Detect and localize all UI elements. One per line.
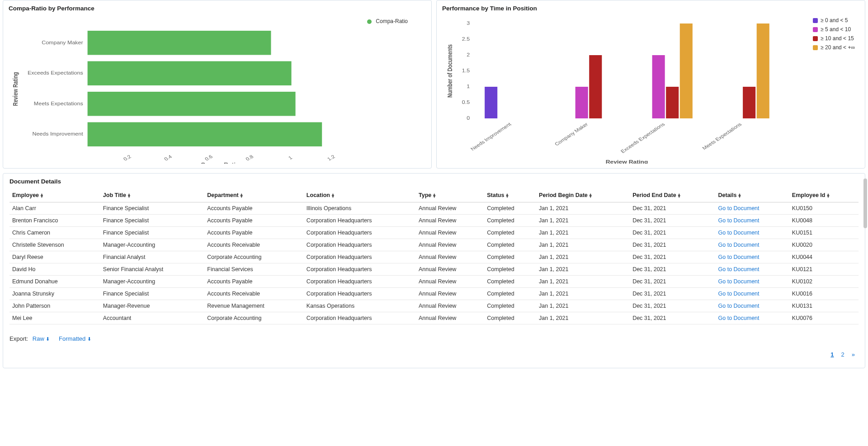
table-cell: Jan 1, 2021 <box>536 263 630 276</box>
legend-item[interactable]: ≥ 5 and < 10 <box>813 26 855 33</box>
table-cell: Dec 31, 2021 <box>630 239 715 251</box>
details-title: Document Details <box>9 178 859 185</box>
table-cell: Dec 31, 2021 <box>630 288 715 300</box>
table-cell: Annual Review <box>416 239 484 251</box>
svg-rect-0 <box>88 31 271 55</box>
chart-legend: ≥ 0 and < 5≥ 5 and < 10≥ 10 and < 15≥ 20… <box>813 17 855 53</box>
svg-rect-6 <box>88 122 322 147</box>
table-cell: Daryl Reese <box>9 251 100 263</box>
table-cell: KU0044 <box>789 251 859 263</box>
table-cell: Completed <box>484 276 536 288</box>
svg-text:0.8: 0.8 <box>245 154 255 162</box>
table-cell: Completed <box>484 312 536 324</box>
scrollbar[interactable] <box>863 178 867 228</box>
go-to-document-link[interactable]: Go to Document <box>718 205 760 211</box>
legend-item[interactable]: ≥ 20 and < +∞ <box>813 44 855 51</box>
go-to-document-link[interactable]: Go to Document <box>718 266 760 272</box>
column-header[interactable]: Employee▲▼ <box>9 188 100 202</box>
column-header[interactable]: Status▲▼ <box>484 188 536 202</box>
table-cell: Jan 1, 2021 <box>536 215 630 227</box>
sort-icon: ▲▼ <box>505 193 509 198</box>
go-to-document-link[interactable]: Go to Document <box>718 217 760 224</box>
table-cell: Annual Review <box>416 312 484 324</box>
export-raw-link[interactable]: Raw ⬇ <box>33 335 52 342</box>
svg-text:1: 1 <box>287 155 293 160</box>
go-to-document-link[interactable]: Go to Document <box>718 230 760 236</box>
svg-text:Meets Expectations: Meets Expectations <box>701 122 743 150</box>
table-cell: John Patterson <box>9 300 100 312</box>
table-cell: Dec 31, 2021 <box>630 263 715 276</box>
table-cell: Completed <box>484 251 536 263</box>
svg-rect-28 <box>652 55 665 118</box>
table-cell: Accounts Receivable <box>204 288 304 300</box>
sort-icon: ▲▼ <box>826 193 830 198</box>
table-cell: Accounts Payable <box>204 227 304 239</box>
page-button[interactable]: 1 <box>827 350 837 359</box>
table-cell: Annual Review <box>416 227 484 239</box>
column-header[interactable]: Job Title▲▼ <box>100 188 205 202</box>
performance-time-chart-panel: Performance by Time in Position ≥ 0 and … <box>436 0 865 169</box>
page-button[interactable]: 2 <box>838 350 848 359</box>
go-to-document-link[interactable]: Go to Document <box>718 242 760 248</box>
compa-ratio-chart[interactable]: Compa-Ratio Company MakerExceeds Expecta… <box>9 14 426 164</box>
svg-rect-23 <box>485 87 497 118</box>
svg-text:0.4: 0.4 <box>163 154 173 162</box>
table-cell: Completed <box>484 288 536 300</box>
table-cell: KU0150 <box>789 202 859 215</box>
table-cell: Kansas Operations <box>304 300 416 312</box>
table-cell: Corporation Headquarters <box>304 288 416 300</box>
download-icon: ⬇ <box>87 336 91 342</box>
svg-rect-30 <box>680 23 693 118</box>
table-cell: Accounts Payable <box>204 276 304 288</box>
svg-text:Review Rating: Review Rating <box>12 72 19 106</box>
column-header[interactable]: Period End Date▲▼ <box>630 188 715 202</box>
legend-swatch-icon <box>813 45 818 50</box>
go-to-document-link[interactable]: Go to Document <box>718 315 760 321</box>
export-row: Export: Raw ⬇ Formatted ⬇ <box>9 335 859 342</box>
document-details-table: Employee▲▼Job Title▲▼Department▲▼Locatio… <box>9 188 859 324</box>
table-cell: Dec 31, 2021 <box>630 227 715 239</box>
go-to-document-link[interactable]: Go to Document <box>718 291 760 297</box>
legend-item[interactable]: ≥ 0 and < 5 <box>813 17 855 23</box>
table-cell: Corporate Accounting <box>204 251 304 263</box>
column-header[interactable]: Period Begin Date▲▼ <box>536 188 630 202</box>
table-cell: Corporation Headquarters <box>304 276 416 288</box>
column-header[interactable]: Details▲▼ <box>716 188 789 202</box>
next-page-button[interactable]: » <box>848 350 859 359</box>
go-to-document-link[interactable]: Go to Document <box>718 254 760 260</box>
go-to-document-link[interactable]: Go to Document <box>718 278 760 285</box>
svg-text:1.2: 1.2 <box>326 154 336 162</box>
svg-text:Needs Improvement: Needs Improvement <box>470 122 513 151</box>
column-header[interactable]: Department▲▼ <box>204 188 304 202</box>
svg-text:1.5: 1.5 <box>462 68 470 73</box>
svg-rect-29 <box>666 87 679 118</box>
svg-text:Needs Improvement: Needs Improvement <box>32 131 83 136</box>
export-formatted-link[interactable]: Formatted ⬇ <box>59 335 91 342</box>
legend-item[interactable]: ≥ 10 and < 15 <box>813 35 855 42</box>
sort-icon: ▲▼ <box>127 193 131 198</box>
table-cell: Dec 31, 2021 <box>630 215 715 227</box>
table-cell: Annual Review <box>416 215 484 227</box>
svg-rect-25 <box>576 87 588 118</box>
chart-title: Compa-Ratio by Performance <box>9 5 426 12</box>
svg-text:Company Maker: Company Maker <box>42 40 83 45</box>
table-cell: Annual Review <box>416 202 484 215</box>
column-header[interactable]: Employee Id▲▼ <box>789 188 859 202</box>
pagination: 12» <box>9 350 859 359</box>
chart-legend: Compa-Ratio <box>367 18 408 24</box>
go-to-document-link[interactable]: Go to Document <box>718 303 760 309</box>
svg-text:Company Maker: Company Maker <box>553 122 589 146</box>
table-cell: KU0151 <box>789 227 859 239</box>
column-header[interactable]: Type▲▼ <box>416 188 484 202</box>
table-cell: Corporation Headquarters <box>304 215 416 227</box>
column-header[interactable]: Location▲▼ <box>304 188 416 202</box>
svg-rect-32 <box>743 87 755 118</box>
table-cell: KU0121 <box>789 263 859 276</box>
table-row: Chris CameronFinance SpecialistAccounts … <box>9 227 859 239</box>
table-cell: Go to Document <box>716 312 789 324</box>
table-cell: Dec 31, 2021 <box>630 312 715 324</box>
table-cell: Jan 1, 2021 <box>536 227 630 239</box>
table-cell: Completed <box>484 300 536 312</box>
performance-time-chart[interactable]: ≥ 0 and < 5≥ 5 and < 10≥ 10 and < 15≥ 20… <box>442 14 859 164</box>
sort-icon: ▲▼ <box>331 193 335 198</box>
